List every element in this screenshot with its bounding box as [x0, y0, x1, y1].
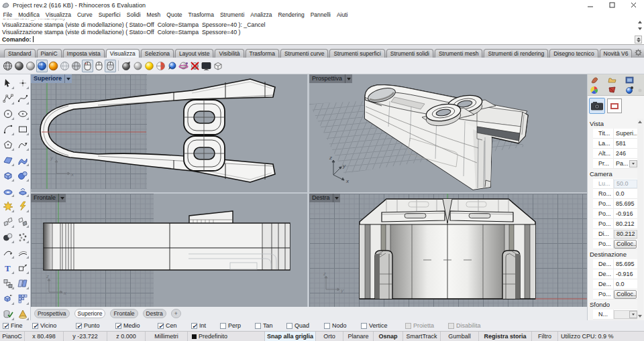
osnap-toggle[interactable]: Disabilita [448, 322, 481, 329]
select-cursor-icon[interactable] [1, 76, 15, 90]
solid-sphere-icon[interactable] [16, 168, 30, 182]
wireframe-display-icon[interactable] [2, 60, 13, 72]
osnap-toggle[interactable]: Quad [286, 322, 324, 329]
minimize-button[interactable] [580, 0, 601, 10]
viewport-tab[interactable]: + [171, 309, 181, 318]
status-field[interactable]: Osnap [374, 332, 403, 341]
arc-icon[interactable] [1, 122, 15, 136]
freeform-curve-icon[interactable] [16, 137, 30, 151]
property-value[interactable]: 0.0 [614, 189, 638, 199]
status-field[interactable]: Registra storia [479, 332, 532, 341]
toolbar-tab[interactable]: Seleziona [141, 49, 174, 58]
toolbar-tab[interactable]: Strumenti solidi [386, 49, 433, 58]
wire-cube-display-icon[interactable] [212, 60, 223, 72]
trim-icon[interactable] [1, 214, 15, 228]
command-area[interactable]: Comando: _PrintDisplay Visualizzazione s… [0, 19, 644, 45]
toolbar-tab[interactable]: Strumenti mesh [435, 49, 483, 58]
camera-properties-button[interactable] [589, 98, 605, 114]
osnap-toggle[interactable]: Tan [255, 322, 286, 329]
property-row[interactable]: Po...Colloc... [593, 239, 638, 249]
dropdown-arrow-icon[interactable] [629, 160, 637, 167]
point-cloud-icon[interactable] [16, 230, 30, 244]
checkbox[interactable] [191, 323, 197, 329]
single-point-icon[interactable] [16, 76, 30, 90]
osnap-toggle[interactable]: Medio [115, 322, 158, 329]
osnap-toggle[interactable]: Punto [76, 322, 115, 329]
spotlight-sphere-icon[interactable] [178, 60, 189, 72]
command-prompt[interactable]: Comando: [0, 36, 644, 44]
status-field[interactable]: Snap alla griglia [265, 332, 316, 341]
toolbar-tab[interactable]: Strumenti superfici [329, 49, 384, 58]
blend-surface-icon[interactable] [1, 230, 15, 244]
property-row[interactable]: Camera [588, 169, 638, 179]
viewport-frontale[interactable]: z x Frontale [31, 194, 307, 307]
checkbox[interactable] [115, 323, 121, 329]
rotate-shear-icon[interactable] [16, 276, 30, 290]
menu-item[interactable]: Rendering [275, 11, 307, 18]
property-row[interactable]: Pr...Pa... [593, 159, 638, 169]
osnap-toggle[interactable]: Perp [220, 322, 255, 329]
property-value[interactable]: Superi... [614, 129, 638, 139]
property-value[interactable]: Colloc... [614, 240, 637, 249]
menu-item[interactable]: Solidi [123, 11, 144, 18]
ellipse-icon[interactable] [16, 107, 30, 121]
surface-revolve-icon[interactable] [16, 184, 30, 198]
status-field[interactable]: Predefinito [188, 332, 265, 341]
checkbox[interactable] [220, 323, 226, 329]
status-field[interactable]: SmartTrack [403, 332, 441, 341]
camera-sphere-icon[interactable] [166, 60, 178, 72]
osnap-toggle[interactable]: Fine [3, 322, 32, 329]
menu-item[interactable]: Modifica [15, 11, 43, 18]
osnap-toggle[interactable]: Int [191, 322, 220, 329]
viewport-menu-arrow[interactable] [58, 194, 66, 202]
property-row[interactable]: Lu...50.0 [593, 179, 638, 189]
viewport-menu-arrow[interactable] [64, 74, 72, 83]
property-row[interactable]: Po...85.695 [593, 199, 638, 209]
status-field[interactable]: Gumball [441, 332, 479, 341]
viewport-tab[interactable]: Destra [143, 309, 166, 318]
settings-gear-icon[interactable] [635, 49, 642, 56]
property-row[interactable]: Po...80.212 [593, 219, 638, 229]
surface-loft-icon[interactable] [16, 153, 30, 167]
copy-objects-icon[interactable] [1, 276, 15, 290]
osnap-toggle[interactable]: Vicino [32, 322, 76, 329]
toolbar-tab[interactable]: Imposta vista [63, 49, 105, 58]
move-icon[interactable] [16, 261, 30, 275]
command-resize-spinner[interactable] [635, 36, 642, 44]
curve-from-objects-icon[interactable] [1, 245, 15, 259]
artistic-display-icon[interactable] [93, 60, 105, 72]
array-linear-icon[interactable] [16, 291, 30, 305]
viewport-tab[interactable]: Superiore [74, 309, 106, 318]
analysis-sphere-icon[interactable] [155, 60, 166, 72]
menu-item[interactable]: Visualizza [42, 11, 74, 18]
hide-objects-icon[interactable] [189, 60, 201, 72]
checkbox[interactable] [76, 323, 82, 329]
property-row[interactable]: Po...-0.916 [593, 209, 638, 219]
close-button[interactable] [623, 0, 644, 10]
array-box-icon[interactable] [1, 291, 15, 305]
status-field[interactable]: Filtro [532, 332, 558, 341]
pen-display-icon[interactable] [105, 60, 116, 72]
property-row[interactable]: De...85.695 [593, 259, 638, 269]
property-row[interactable]: Ro...0.0 [593, 189, 638, 199]
checkbox[interactable] [361, 323, 367, 329]
toolbar-tab[interactable]: PianiC [37, 49, 62, 58]
ghosted-display-icon[interactable] [59, 60, 70, 72]
rendered-display-icon[interactable] [25, 60, 36, 72]
toolbar-tab[interactable]: Strumenti di rendering [484, 49, 548, 58]
solid-box-icon[interactable] [1, 168, 15, 182]
solid-cone-icon[interactable] [16, 307, 30, 321]
menu-item[interactable]: Trasforma [185, 11, 217, 18]
property-value[interactable]: 581 [614, 139, 638, 149]
command-scrollbar[interactable] [638, 21, 642, 30]
text-object-icon[interactable]: T [1, 261, 15, 275]
toolbar-tab[interactable]: Trasforma [246, 49, 279, 58]
menu-item[interactable]: Pannelli [307, 11, 333, 18]
viewport-tab[interactable]: Prospettiva [34, 309, 70, 318]
menu-item[interactable]: Analizza [248, 11, 275, 18]
status-field[interactable]: z 0.000 [107, 332, 146, 341]
checkbox[interactable] [448, 323, 454, 329]
property-value[interactable]: 85.695 [614, 259, 638, 269]
status-field[interactable]: Millimetri [146, 332, 188, 341]
viewport-layout-button[interactable] [607, 98, 622, 113]
